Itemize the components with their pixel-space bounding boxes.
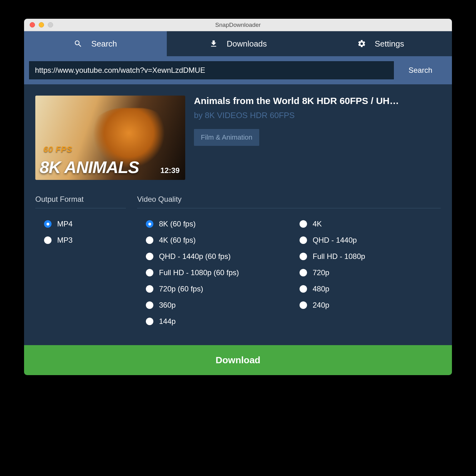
format-option[interactable]: MP4 [44,216,126,232]
tab-downloads-label: Downloads [227,39,267,49]
quality-label: Full HD - 1080p [313,252,365,261]
url-input[interactable] [29,61,394,79]
options-row: Output Format MP4MP3 Video Quality 8K (6… [35,195,441,330]
quality-label: 480p [313,285,329,293]
radio-icon [300,236,307,244]
radio-icon [300,253,307,260]
quality-label: 360p [159,301,176,310]
video-duration: 12:39 [161,166,180,175]
quality-option[interactable]: 360p [146,297,287,313]
video-thumbnail[interactable]: 60 FPS 8K ANIMALS 12:39 [35,96,185,180]
thumb-big-label: 8K ANIMALS [40,160,139,175]
search-icon [74,39,82,48]
quality-label: 240p [313,301,329,310]
quality-label: QHD - 1440p (60 fps) [159,252,231,261]
radio-icon [300,220,307,228]
video-author: by 8K VIDEOS HDR 60FPS [194,111,399,120]
quality-label: 4K (60 fps) [159,236,196,245]
quality-label: 720p [313,268,329,277]
quality-label: 8K (60 fps) [159,220,196,228]
tab-settings[interactable]: Settings [309,31,452,56]
quality-option[interactable]: 480p [300,281,441,297]
radio-icon [146,253,153,260]
quality-option[interactable]: 4K (60 fps) [146,232,287,248]
tab-downloads[interactable]: Downloads [167,31,310,56]
radio-icon [146,236,153,244]
gear-icon [357,39,366,48]
quality-label: QHD - 1440p [313,236,357,245]
tab-search-label: Search [91,39,117,49]
radio-icon [44,220,52,228]
format-label: MP4 [57,220,72,228]
quality-option[interactable]: 8K (60 fps) [146,216,287,232]
quality-option[interactable]: Full HD - 1080p [300,248,441,265]
quality-option[interactable]: 720p (60 fps) [146,281,287,297]
radio-icon [44,236,52,244]
quality-option[interactable]: QHD - 1440p (60 fps) [146,248,287,265]
video-quality-column: Video Quality 8K (60 fps)4K4K (60 fps)QH… [137,195,441,330]
quality-option[interactable]: 720p [300,265,441,281]
radio-icon [300,285,307,293]
download-icon [209,39,218,48]
video-info-row: 60 FPS 8K ANIMALS 12:39 Animals from the… [35,96,441,180]
quality-option[interactable]: 144p [146,313,287,330]
quality-label: 720p (60 fps) [159,285,203,293]
main-tabs: Search Downloads Settings [24,31,452,56]
output-format-column: Output Format MP4MP3 [35,195,126,330]
quality-label: 4K [313,220,322,228]
quality-option[interactable]: Full HD - 1080p (60 fps) [146,265,287,281]
output-format-heading: Output Format [35,195,126,208]
quality-option[interactable]: QHD - 1440p [300,232,441,248]
quality-label: Full HD - 1080p (60 fps) [159,268,239,277]
tab-settings-label: Settings [375,39,404,49]
format-label: MP3 [57,236,72,245]
thumb-fps-label: 60 FPS [43,145,72,154]
content-area: 60 FPS 8K ANIMALS 12:39 Animals from the… [24,84,452,345]
quality-option[interactable]: 240p [300,297,441,313]
video-title: Animals from the World 8K HDR 60FPS / UH… [194,96,399,106]
radio-icon [300,301,307,309]
video-meta: Animals from the World 8K HDR 60FPS / UH… [194,96,399,180]
radio-icon [146,285,153,293]
search-button[interactable]: Search [394,61,447,79]
tab-search[interactable]: Search [24,31,167,56]
quality-option[interactable]: 4K [300,216,441,232]
radio-icon [146,301,153,309]
radio-icon [300,269,307,276]
search-bar: Search [24,56,452,84]
quality-label: 144p [159,317,176,326]
titlebar: SnapDownloader [24,19,452,31]
window-title: SnapDownloader [24,22,452,28]
radio-icon [146,220,153,228]
app-window: SnapDownloader Search Downloads Settings… [24,19,452,375]
video-quality-heading: Video Quality [137,195,441,208]
category-chip[interactable]: Film & Animation [194,129,259,146]
radio-icon [146,318,153,325]
format-option[interactable]: MP3 [44,232,126,248]
radio-icon [146,269,153,276]
download-button[interactable]: Download [24,345,452,375]
